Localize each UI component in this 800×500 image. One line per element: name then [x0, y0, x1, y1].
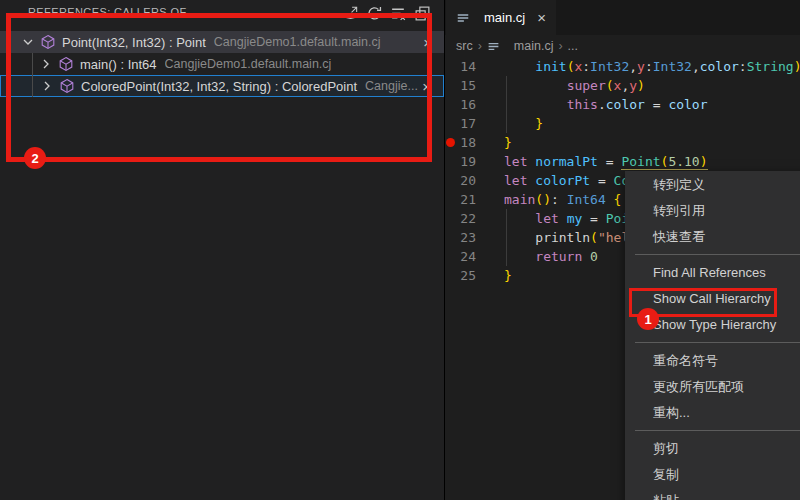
line-number: 25 — [445, 266, 476, 285]
breadcrumb: src › main.cj › ... — [445, 35, 800, 57]
code-token — [504, 97, 567, 112]
code-token: y — [629, 78, 637, 93]
references-panel: REFERENCES: CALLERS OF Point(Int32, Int3… — [0, 0, 444, 500]
breadcrumb-item-symbol[interactable]: ... — [568, 39, 578, 53]
menu-item[interactable]: Show Call Hierarchy — [625, 286, 800, 312]
symbol-method-icon — [59, 78, 75, 94]
code-token: , — [629, 59, 637, 74]
menu-item[interactable]: 转到引用 — [625, 198, 800, 224]
code-token: : — [739, 59, 747, 74]
menu-item[interactable]: 粘贴 — [625, 488, 800, 500]
code-token: ( — [590, 230, 598, 245]
menu-separator — [635, 342, 800, 343]
line-number: 19 — [445, 152, 476, 171]
code-line: 17 } — [445, 114, 800, 133]
tree-item-label: ColoredPoint(Int32, Int32, String) : Col… — [81, 79, 357, 94]
code-token: ) — [637, 78, 645, 93]
menu-separator — [635, 430, 800, 431]
line-number: 17 — [445, 114, 476, 133]
breadcrumb-item-src[interactable]: src — [456, 39, 473, 53]
indent-guide — [506, 76, 507, 95]
line-number: 21 — [445, 190, 476, 209]
symbol-method-icon — [40, 34, 56, 50]
code-token: = — [590, 173, 613, 188]
code-token: return — [535, 249, 582, 264]
panel-title: REFERENCES: CALLERS OF — [28, 6, 187, 18]
code-token: ( — [535, 192, 543, 207]
code-token: ) — [794, 59, 800, 74]
code-token — [559, 211, 567, 226]
code-token: let — [535, 211, 558, 226]
call-hierarchy-tree: Point(Int32, Int32) : PointCangjieDemo1.… — [0, 31, 444, 97]
menu-item[interactable]: Find All References — [625, 260, 800, 286]
menu-separator — [635, 254, 800, 255]
tree-item-label: Point(Int32, Int32) : Point — [62, 35, 206, 50]
tree-row[interactable]: Point(Int32, Int32) : PointCangjieDemo1.… — [0, 31, 444, 53]
context-menu: 转到定义转到引用快速查看Find All ReferencesShow Call… — [625, 171, 800, 500]
code-token — [504, 249, 535, 264]
code-token — [504, 78, 567, 93]
code-token: = — [598, 154, 621, 169]
code-token: , — [692, 59, 700, 74]
menu-item[interactable]: 复制 — [625, 462, 800, 488]
indent-guide — [506, 228, 507, 247]
code-token: : — [551, 192, 567, 207]
code-token: : — [582, 59, 590, 74]
line-number: 16 — [445, 95, 476, 114]
code-token: println — [535, 230, 590, 245]
code-token: let — [504, 154, 527, 169]
line-number: 15 — [445, 76, 476, 95]
code-token: } — [535, 116, 543, 131]
code-line: 19let normalPt = Point(5.10) — [445, 152, 800, 171]
close-icon[interactable]: × — [422, 79, 431, 94]
code-token: color — [700, 59, 739, 74]
code-token: my — [567, 211, 583, 226]
menu-item[interactable]: 重命名符号 — [625, 348, 800, 374]
code-token — [606, 192, 614, 207]
code-token: Int32 — [653, 59, 692, 74]
tree-row[interactable]: ColoredPoint(Int32, Int32, String) : Col… — [0, 75, 444, 97]
menu-item[interactable]: Show Type Hierarchy — [625, 312, 800, 338]
tree-item-detail: CangjieDemo1.default.main.cj — [165, 57, 332, 71]
menu-item[interactable]: 剪切 — [625, 436, 800, 462]
tree-row[interactable]: main() : Int64CangjieDemo1.default.main.… — [0, 53, 444, 75]
menu-item[interactable]: 更改所有匹配项 — [625, 374, 800, 400]
tree-indent-guide — [32, 53, 33, 97]
code-line: 16 this.color = color — [445, 95, 800, 114]
call-hierarchy-icon[interactable] — [341, 4, 360, 23]
code-token: 0 — [590, 249, 598, 264]
menu-item[interactable]: 转到定义 — [625, 172, 800, 198]
code-token: . — [598, 97, 606, 112]
menu-item[interactable]: 重构... — [625, 400, 800, 426]
code-token — [504, 116, 535, 131]
code-token: String — [747, 59, 794, 74]
code-line: 18} — [445, 133, 800, 152]
code-token: = — [582, 211, 605, 226]
line-number: 23 — [445, 228, 476, 247]
code-token: color — [606, 97, 645, 112]
indent-guide — [506, 247, 507, 266]
breadcrumb-item-file[interactable]: main.cj — [514, 39, 554, 53]
tab-main-cj[interactable]: main.cj × — [446, 0, 556, 35]
code-token: 5.10 — [668, 154, 699, 170]
code-token — [504, 230, 535, 245]
code-token: super — [567, 78, 606, 93]
code-token: Int32 — [590, 59, 629, 74]
code-token: y — [637, 59, 645, 74]
code-token: { — [614, 192, 622, 207]
tree-item-label: main() : Int64 — [80, 57, 157, 72]
indent-guide — [506, 95, 507, 114]
code-token: color — [668, 97, 707, 112]
refresh-icon[interactable] — [365, 4, 384, 23]
code-line: 15 super(x,y) — [445, 76, 800, 95]
chevron-right-icon[interactable] — [38, 56, 54, 72]
copy-icon[interactable] — [413, 4, 432, 23]
close-icon[interactable]: × — [423, 35, 432, 50]
code-token: ( — [606, 78, 614, 93]
clear-results-icon[interactable] — [389, 4, 408, 23]
breakpoint-icon — [446, 138, 455, 147]
close-icon[interactable]: × — [537, 9, 546, 26]
chevron-down-icon[interactable] — [20, 34, 36, 50]
menu-item[interactable]: 快速查看 — [625, 224, 800, 250]
chevron-right-icon[interactable] — [39, 78, 55, 94]
